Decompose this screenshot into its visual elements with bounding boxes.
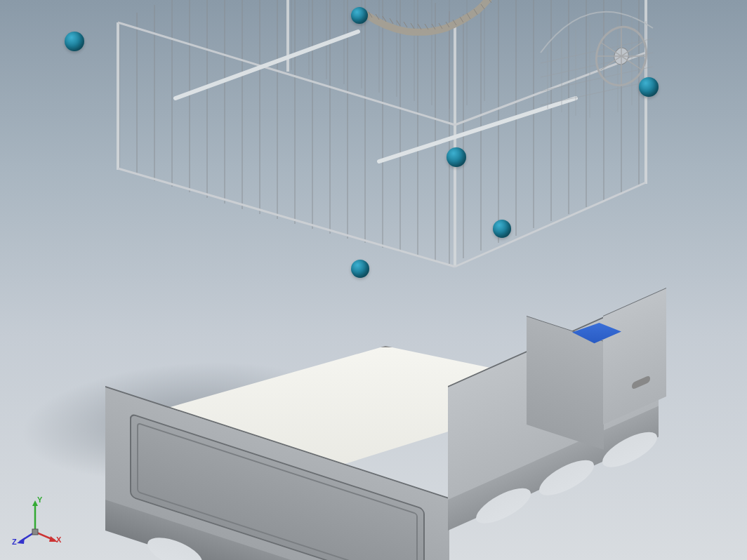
rope-start-sphere: [351, 260, 369, 278]
rope-end-sphere-top: [351, 7, 368, 24]
scallop-arc: [539, 453, 594, 502]
bath-attachment: [527, 267, 667, 428]
scallop-arc: [218, 554, 272, 560]
coordinate-triad[interactable]: Y X Z: [14, 497, 63, 546]
corner-sphere-front: [447, 147, 466, 167]
svg-line-92: [176, 32, 358, 98]
svg-rect-116: [32, 529, 38, 535]
triad-x-label: X: [56, 535, 61, 544]
svg-marker-115: [17, 538, 25, 544]
corner-sphere-right-back: [639, 77, 659, 97]
viewport-3d[interactable]: Y X Z: [0, 0, 747, 560]
svg-line-47: [118, 22, 455, 125]
svg-line-93: [379, 98, 576, 161]
svg-line-106: [600, 42, 642, 70]
svg-line-49: [118, 168, 455, 267]
model-birdcage[interactable]: [84, 35, 681, 526]
svg-point-105: [612, 46, 630, 66]
bath-side-face: [603, 288, 666, 425]
scallop-arc: [602, 425, 657, 474]
svg-line-48: [455, 53, 646, 125]
triad-z-label: Z: [12, 538, 17, 546]
scallop-arc: [476, 481, 531, 531]
cage-wireframe: [84, 0, 681, 281]
corner-sphere-left: [65, 32, 84, 51]
svg-line-50: [455, 182, 646, 267]
triad-y-label: Y: [37, 495, 42, 504]
svg-line-107: [600, 42, 642, 70]
rope-end-sphere: [493, 220, 511, 238]
scallop-arc: [147, 531, 202, 560]
